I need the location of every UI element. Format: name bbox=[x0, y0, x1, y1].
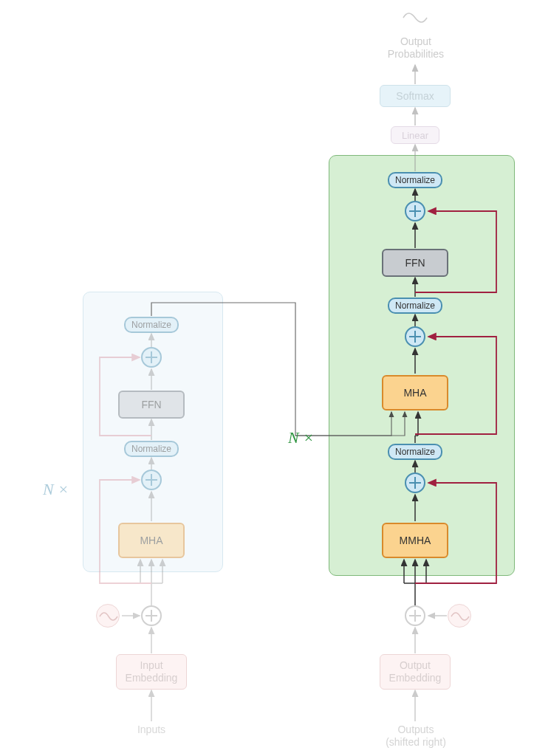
positional-encoding-left-icon bbox=[96, 604, 120, 628]
decoder-add-2 bbox=[405, 326, 425, 347]
output-probabilities-label: Output Probabilities bbox=[384, 35, 448, 61]
decoder-add-3 bbox=[405, 201, 425, 221]
output-embedding-block: Output Embedding bbox=[380, 654, 451, 690]
linear-block: Linear bbox=[391, 126, 439, 144]
encoder-input-add bbox=[141, 605, 162, 626]
encoder-norm-1: Normalize bbox=[124, 441, 179, 457]
input-embedding-block: Input Embedding bbox=[116, 654, 187, 690]
decoder-repeat-label: N × bbox=[288, 428, 314, 447]
encoder-ffn-block: FFN bbox=[118, 391, 185, 419]
encoder-mha-block: MHA bbox=[118, 523, 185, 558]
decoder-mmha-block: MMHA bbox=[382, 523, 448, 558]
decoder-norm-2: Normalize bbox=[388, 298, 442, 314]
encoder-norm-2: Normalize bbox=[124, 317, 179, 333]
encoder-add-2 bbox=[141, 347, 162, 368]
decoder-mha-block: MHA bbox=[382, 375, 448, 410]
positional-encoding-right-icon bbox=[448, 604, 471, 628]
softmax-block: Softmax bbox=[380, 85, 451, 107]
decoder-norm-3: Normalize bbox=[388, 172, 442, 188]
encoder-add-1 bbox=[141, 470, 162, 490]
connectors bbox=[0, 0, 534, 756]
decoder-input-add bbox=[405, 605, 425, 626]
encoder-repeat-label: N × bbox=[43, 480, 69, 499]
decoder-norm-1: Normalize bbox=[388, 444, 442, 460]
outputs-label: Outputs (shifted right) bbox=[383, 724, 449, 749]
decoder-add-1 bbox=[405, 472, 425, 493]
inputs-label: Inputs bbox=[133, 724, 170, 736]
decoder-ffn-block: FFN bbox=[382, 249, 448, 277]
